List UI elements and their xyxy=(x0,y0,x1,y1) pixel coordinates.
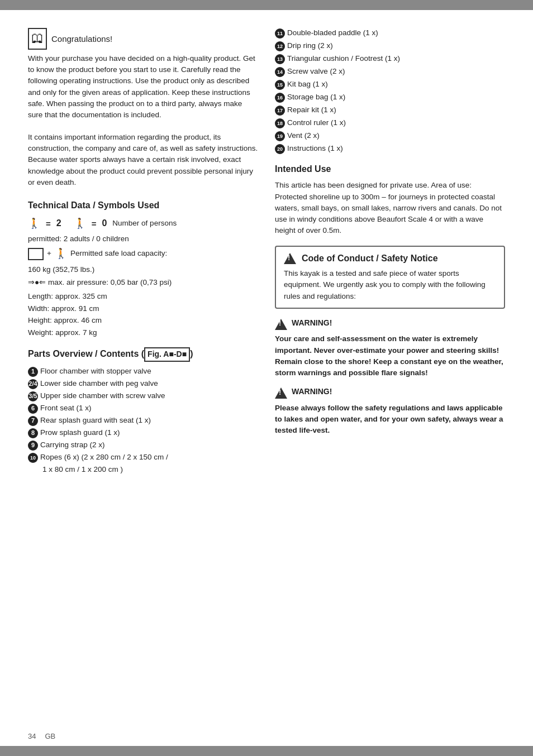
parts-list: 1 Floor chamber with stopper valve 2/4 L… xyxy=(28,366,258,475)
warning-2-header: ! WARNING! xyxy=(275,386,505,400)
warning-2-label: WARNING! xyxy=(292,386,332,398)
load-label: Permitted safe load capacity: xyxy=(70,248,167,259)
weight-line: Weight: approx. 7 kg xyxy=(28,327,258,339)
item-text-sub: 1 x 80 cm / 1 x 200 cm ) xyxy=(42,465,123,475)
plus-sign: + xyxy=(47,248,51,259)
warning-triangle-icon-1: ! xyxy=(275,319,287,330)
item-text: Instructions (1 x) xyxy=(287,143,343,154)
arrow-icon: ⇒●⇐ xyxy=(28,278,46,286)
item-number: 1 xyxy=(28,367,38,377)
intro-header: 🕮 Congratulations! xyxy=(28,28,258,50)
child-icon: 🚶 xyxy=(74,218,86,229)
item-number: 18 xyxy=(275,118,285,128)
list-item: 3/5 Upper side chamber with screw valve xyxy=(28,391,258,401)
load-value: 160 kg (352,75 lbs.) xyxy=(28,264,258,276)
load-row: + 🚶 Permitted safe load capacity: xyxy=(28,247,258,261)
book-icon: 🕮 xyxy=(28,28,47,50)
item-text: Prow splash guard (1 x) xyxy=(40,428,120,438)
air-pressure-line: ⇒●⇐ max. air pressure: 0,05 bar (0,73 ps… xyxy=(28,277,258,288)
warning-1-header: ! WARNING! xyxy=(275,318,505,331)
list-item: 13 Triangular cushion / Footrest (1 x) xyxy=(275,54,505,64)
permitted-line: permitted: 2 adults / 0 children xyxy=(28,233,258,245)
warning-triangle-icon-2: ! xyxy=(275,387,287,399)
list-item: 19 Vent (2 x) xyxy=(275,131,505,141)
item-number: 20 xyxy=(275,144,285,154)
warning-triangle-icon: ! xyxy=(284,253,296,264)
fig-range: A■-D■ xyxy=(163,350,187,358)
item-text: Control ruler (1 x) xyxy=(287,118,346,128)
parts-overview-section: Parts Overview / Contents ( Fig. A■-D■ )… xyxy=(28,347,258,475)
right-column: 11 Double-bladed paddle (1 x) 12 Drip ri… xyxy=(275,28,505,477)
item-number: 6 xyxy=(28,404,38,414)
list-item: 2/4 Lower side chamber with peg valve xyxy=(28,379,258,389)
item-number: 7 xyxy=(28,416,38,426)
children-number: 0 xyxy=(102,217,107,229)
list-item: 7 Rear splash guard with seat (1 x) xyxy=(28,415,258,426)
code-of-conduct-text: This kayak is a tested and safe piece of… xyxy=(284,268,496,302)
item-text: Screw valve (2 x) xyxy=(287,66,345,77)
warning-2: ! WARNING! Please always follow the safe… xyxy=(275,386,505,436)
intended-use-text: This article has been designed for priva… xyxy=(275,180,505,236)
intro-section: 🕮 Congratulations! With your purchase yo… xyxy=(28,28,258,188)
parts-overview-title: Parts Overview / Contents ( Fig. A■-D■ ) xyxy=(28,347,258,362)
air-pressure-text: max. air pressure: 0,05 bar (0,73 psi) xyxy=(48,278,172,286)
fig-label: Fig. A■-D■ xyxy=(144,347,190,362)
list-item: 8 Prow splash guard (1 x) xyxy=(28,428,258,438)
persons-row: 🚶 = 2 🚶 = 0 Number of persons xyxy=(28,217,258,231)
item-number: 3/5 xyxy=(28,391,38,401)
intro-body1: With your purchase you have decided on a… xyxy=(28,53,258,121)
warning-1: ! WARNING! Your care and self-assessment… xyxy=(275,318,505,379)
item-text: Double-bladed paddle (1 x) xyxy=(287,28,378,39)
page-number: 34 xyxy=(28,731,36,741)
item-text: Kit bag (1 x) xyxy=(287,79,328,90)
width-line: Width: approx. 91 cm xyxy=(28,303,258,315)
page-footer: 34 GB xyxy=(28,731,55,741)
item-number: 8 xyxy=(28,428,38,438)
left-column: 🕮 Congratulations! With your purchase yo… xyxy=(28,28,258,477)
warning-2-text: Please always follow the safety regulati… xyxy=(275,403,505,437)
list-item: 18 Control ruler (1 x) xyxy=(275,118,505,128)
list-item: 1 Floor chamber with stopper valve xyxy=(28,366,258,377)
intro-title: Congratulations! xyxy=(51,33,112,45)
list-item: 15 Kit bag (1 x) xyxy=(275,79,505,90)
item-text: Triangular cushion / Footrest (1 x) xyxy=(287,54,400,64)
item-text: Vent (2 x) xyxy=(287,131,320,141)
item-text: Ropes (6 x) (2 x 280 cm / 2 x 150 cm / xyxy=(40,452,168,463)
item-text: Drip ring (2 x) xyxy=(287,41,333,51)
person-load-icon: 🚶 xyxy=(55,247,67,261)
box-icon xyxy=(28,248,44,260)
item-number: 16 xyxy=(275,93,285,103)
item-number: 11 xyxy=(275,28,285,39)
list-item: 14 Screw valve (2 x) xyxy=(275,66,505,77)
list-item: 6 Front seat (1 x) xyxy=(28,403,258,414)
item-text: Carrying strap (2 x) xyxy=(40,440,105,451)
technical-data-title: Technical Data / Symbols Used xyxy=(28,199,258,212)
item-number: 10 xyxy=(28,453,38,463)
item-number: 12 xyxy=(275,41,285,51)
item-number: 19 xyxy=(275,131,285,141)
item-number: 15 xyxy=(275,80,285,90)
code-of-conduct-section: ! Code of Conduct / Safety Notice This k… xyxy=(275,246,505,309)
page-language: GB xyxy=(45,731,55,741)
persons-label: Number of persons xyxy=(112,218,177,229)
item-text: Storage bag (1 x) xyxy=(287,92,345,103)
item-text: Upper side chamber with screw valve xyxy=(40,391,165,401)
item-number: 17 xyxy=(275,106,285,116)
intended-use-title: Intended Use xyxy=(275,163,505,175)
list-item: 11 Double-bladed paddle (1 x) xyxy=(275,28,505,39)
adults-number: 2 xyxy=(56,217,61,229)
length-line: Length: approx. 325 cm xyxy=(28,290,258,303)
item-text: Floor chamber with stopper valve xyxy=(40,366,151,377)
warning-1-text: Your care and self-assessment on the wat… xyxy=(275,333,505,379)
bottom-bar xyxy=(0,746,533,756)
right-items-list: 11 Double-bladed paddle (1 x) 12 Drip ri… xyxy=(275,28,505,154)
main-content: 🕮 Congratulations! With your purchase yo… xyxy=(28,28,505,477)
list-item-sub: 1 x 80 cm / 1 x 200 cm ) xyxy=(28,465,258,475)
item-text: Rear splash guard with seat (1 x) xyxy=(40,415,151,426)
intended-use-section: Intended Use This article has been desig… xyxy=(275,163,505,237)
item-number: 9 xyxy=(28,441,38,451)
item-number: 13 xyxy=(275,54,285,64)
item-text: Front seat (1 x) xyxy=(40,403,92,414)
top-bar xyxy=(0,0,533,10)
technical-data-section: Technical Data / Symbols Used 🚶 = 2 🚶 = … xyxy=(28,199,258,338)
